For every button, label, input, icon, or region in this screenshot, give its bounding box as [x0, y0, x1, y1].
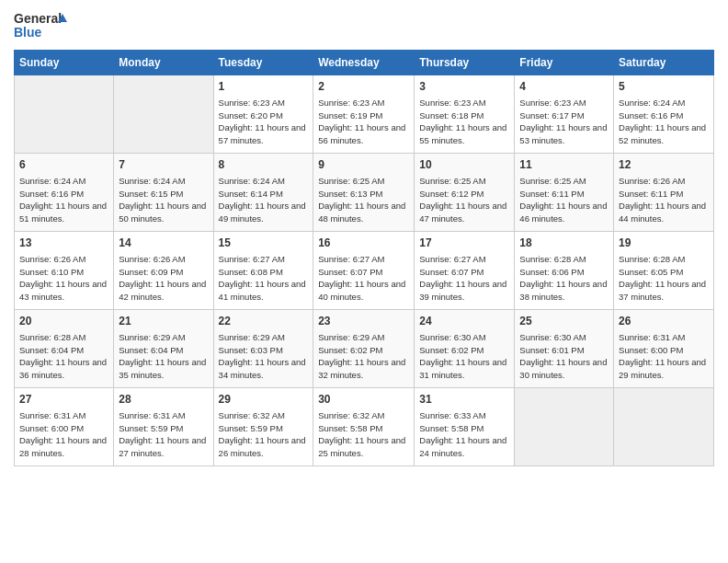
- day-info: Sunrise: 6:28 AMSunset: 6:05 PMDaylight:…: [619, 253, 709, 304]
- logo-icon: GeneralBlue: [14, 9, 69, 42]
- calendar-cell: [114, 75, 213, 154]
- day-info: Sunrise: 6:28 AMSunset: 6:04 PMDaylight:…: [19, 331, 108, 382]
- day-info: Sunrise: 6:28 AMSunset: 6:06 PMDaylight:…: [519, 253, 609, 304]
- day-number: 24: [419, 314, 509, 329]
- calendar-cell: 26Sunrise: 6:31 AMSunset: 6:00 PMDayligh…: [614, 310, 714, 388]
- day-info: Sunrise: 6:30 AMSunset: 6:02 PMDaylight:…: [419, 331, 509, 382]
- day-number: 14: [119, 236, 208, 251]
- day-info: Sunrise: 6:27 AMSunset: 6:07 PMDaylight:…: [318, 253, 409, 304]
- day-info: Sunrise: 6:24 AMSunset: 6:15 PMDaylight:…: [119, 175, 208, 225]
- calendar-cell: 30Sunrise: 6:32 AMSunset: 5:58 PMDayligh…: [313, 388, 415, 466]
- day-number: 4: [519, 79, 609, 95]
- weekday-header-sunday: Sunday: [15, 51, 114, 75]
- calendar-cell: 8Sunrise: 6:24 AMSunset: 6:14 PMDaylight…: [213, 154, 313, 232]
- day-number: 5: [619, 79, 709, 95]
- calendar-cell: 10Sunrise: 6:25 AMSunset: 6:12 PMDayligh…: [415, 154, 515, 232]
- day-info: Sunrise: 6:31 AMSunset: 6:00 PMDaylight:…: [619, 331, 709, 382]
- day-number: 13: [19, 236, 108, 251]
- day-number: 18: [519, 236, 609, 251]
- weekday-header-monday: Monday: [114, 51, 213, 75]
- calendar-cell: 27Sunrise: 6:31 AMSunset: 6:00 PMDayligh…: [15, 388, 114, 466]
- calendar-cell: 7Sunrise: 6:24 AMSunset: 6:15 PMDaylight…: [114, 154, 213, 232]
- day-number: 17: [419, 236, 509, 251]
- day-number: 12: [619, 157, 709, 173]
- day-info: Sunrise: 6:23 AMSunset: 6:18 PMDaylight:…: [419, 97, 509, 147]
- day-number: 30: [318, 392, 409, 408]
- day-number: 8: [219, 157, 309, 173]
- calendar-cell: 22Sunrise: 6:29 AMSunset: 6:03 PMDayligh…: [213, 310, 313, 388]
- day-number: 1: [219, 79, 309, 95]
- day-info: Sunrise: 6:32 AMSunset: 5:58 PMDaylight:…: [318, 409, 409, 460]
- day-number: 21: [119, 314, 208, 329]
- day-info: Sunrise: 6:23 AMSunset: 6:19 PMDaylight:…: [318, 97, 409, 147]
- calendar-cell: 15Sunrise: 6:27 AMSunset: 6:08 PMDayligh…: [213, 232, 313, 310]
- day-info: Sunrise: 6:23 AMSunset: 6:17 PMDaylight:…: [519, 97, 609, 147]
- day-info: Sunrise: 6:23 AMSunset: 6:20 PMDaylight:…: [219, 97, 309, 147]
- day-info: Sunrise: 6:26 AMSunset: 6:11 PMDaylight:…: [619, 175, 709, 225]
- calendar-week-row: 27Sunrise: 6:31 AMSunset: 6:00 PMDayligh…: [15, 388, 714, 466]
- svg-text:Blue: Blue: [14, 25, 42, 40]
- weekday-header-thursday: Thursday: [415, 51, 515, 75]
- day-number: 3: [419, 79, 509, 95]
- weekday-header-row: SundayMondayTuesdayWednesdayThursdayFrid…: [15, 51, 714, 75]
- day-info: Sunrise: 6:25 AMSunset: 6:12 PMDaylight:…: [419, 175, 509, 225]
- day-number: 22: [219, 314, 309, 329]
- day-info: Sunrise: 6:25 AMSunset: 6:13 PMDaylight:…: [318, 175, 409, 225]
- day-number: 7: [119, 157, 208, 173]
- calendar-table: SundayMondayTuesdayWednesdayThursdayFrid…: [14, 50, 714, 466]
- calendar-cell: 18Sunrise: 6:28 AMSunset: 6:06 PMDayligh…: [515, 232, 614, 310]
- calendar-cell: 23Sunrise: 6:29 AMSunset: 6:02 PMDayligh…: [313, 310, 415, 388]
- calendar-cell: [614, 388, 714, 466]
- calendar-cell: 1Sunrise: 6:23 AMSunset: 6:20 PMDaylight…: [213, 75, 313, 154]
- day-number: 31: [419, 392, 509, 408]
- day-number: 20: [19, 314, 108, 329]
- day-number: 6: [19, 157, 108, 173]
- calendar-cell: 3Sunrise: 6:23 AMSunset: 6:18 PMDaylight…: [415, 75, 515, 154]
- day-info: Sunrise: 6:27 AMSunset: 6:08 PMDaylight:…: [219, 253, 309, 304]
- calendar-cell: 11Sunrise: 6:25 AMSunset: 6:11 PMDayligh…: [515, 154, 614, 232]
- day-number: 16: [318, 236, 409, 251]
- calendar-cell: [515, 388, 614, 466]
- calendar-cell: 12Sunrise: 6:26 AMSunset: 6:11 PMDayligh…: [614, 154, 714, 232]
- day-info: Sunrise: 6:32 AMSunset: 5:59 PMDaylight:…: [219, 409, 309, 460]
- day-number: 11: [519, 157, 609, 173]
- calendar-cell: 21Sunrise: 6:29 AMSunset: 6:04 PMDayligh…: [114, 310, 213, 388]
- day-number: 25: [519, 314, 609, 329]
- day-info: Sunrise: 6:26 AMSunset: 6:10 PMDaylight:…: [19, 253, 108, 304]
- calendar-cell: 20Sunrise: 6:28 AMSunset: 6:04 PMDayligh…: [15, 310, 114, 388]
- calendar-week-row: 6Sunrise: 6:24 AMSunset: 6:16 PMDaylight…: [15, 154, 714, 232]
- calendar-cell: 6Sunrise: 6:24 AMSunset: 6:16 PMDaylight…: [15, 154, 114, 232]
- calendar-cell: 14Sunrise: 6:26 AMSunset: 6:09 PMDayligh…: [114, 232, 213, 310]
- day-number: 2: [318, 79, 409, 95]
- day-info: Sunrise: 6:29 AMSunset: 6:04 PMDaylight:…: [119, 331, 208, 382]
- day-number: 28: [119, 392, 208, 408]
- day-number: 23: [318, 314, 409, 329]
- day-info: Sunrise: 6:25 AMSunset: 6:11 PMDaylight:…: [519, 175, 609, 225]
- calendar-cell: 13Sunrise: 6:26 AMSunset: 6:10 PMDayligh…: [15, 232, 114, 310]
- calendar-cell: 2Sunrise: 6:23 AMSunset: 6:19 PMDaylight…: [313, 75, 415, 154]
- day-number: 27: [19, 392, 108, 408]
- svg-text:General: General: [14, 11, 62, 26]
- calendar-cell: 24Sunrise: 6:30 AMSunset: 6:02 PMDayligh…: [415, 310, 515, 388]
- day-info: Sunrise: 6:30 AMSunset: 6:01 PMDaylight:…: [519, 331, 609, 382]
- day-info: Sunrise: 6:31 AMSunset: 5:59 PMDaylight:…: [119, 409, 208, 460]
- day-info: Sunrise: 6:24 AMSunset: 6:16 PMDaylight:…: [19, 175, 108, 225]
- weekday-header-friday: Friday: [515, 51, 614, 75]
- calendar-cell: 19Sunrise: 6:28 AMSunset: 6:05 PMDayligh…: [614, 232, 714, 310]
- day-number: 19: [619, 236, 709, 251]
- day-info: Sunrise: 6:24 AMSunset: 6:16 PMDaylight:…: [619, 97, 709, 147]
- day-info: Sunrise: 6:29 AMSunset: 6:03 PMDaylight:…: [219, 331, 309, 382]
- calendar-cell: 25Sunrise: 6:30 AMSunset: 6:01 PMDayligh…: [515, 310, 614, 388]
- calendar-cell: 31Sunrise: 6:33 AMSunset: 5:58 PMDayligh…: [415, 388, 515, 466]
- day-info: Sunrise: 6:27 AMSunset: 6:07 PMDaylight:…: [419, 253, 509, 304]
- calendar-cell: 28Sunrise: 6:31 AMSunset: 5:59 PMDayligh…: [114, 388, 213, 466]
- calendar-cell: 9Sunrise: 6:25 AMSunset: 6:13 PMDaylight…: [313, 154, 415, 232]
- calendar-cell: 29Sunrise: 6:32 AMSunset: 5:59 PMDayligh…: [213, 388, 313, 466]
- calendar-cell: 5Sunrise: 6:24 AMSunset: 6:16 PMDaylight…: [614, 75, 714, 154]
- day-number: 15: [219, 236, 309, 251]
- page-header: GeneralBlue: [14, 9, 714, 42]
- weekday-header-tuesday: Tuesday: [213, 51, 313, 75]
- calendar-cell: 4Sunrise: 6:23 AMSunset: 6:17 PMDaylight…: [515, 75, 614, 154]
- calendar-week-row: 20Sunrise: 6:28 AMSunset: 6:04 PMDayligh…: [15, 310, 714, 388]
- weekday-header-saturday: Saturday: [614, 51, 714, 75]
